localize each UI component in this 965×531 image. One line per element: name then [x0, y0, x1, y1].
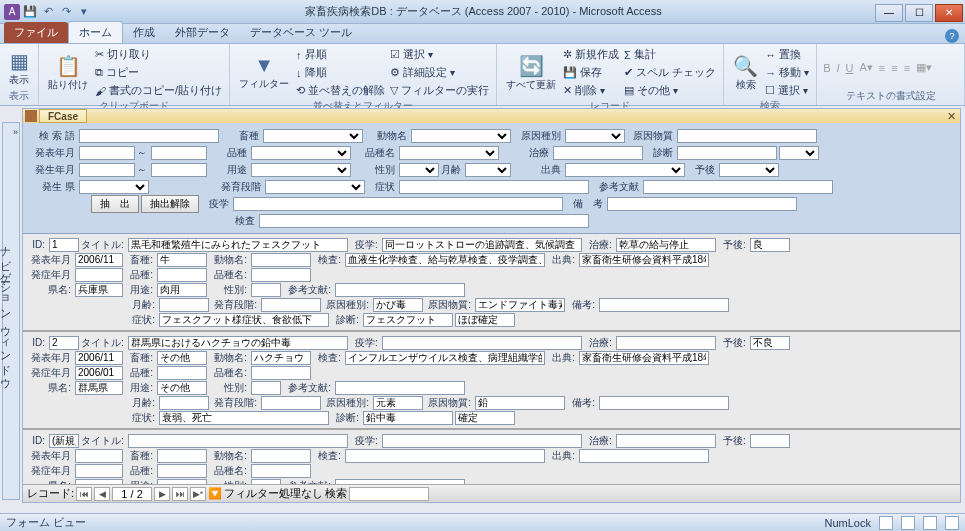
bold-button[interactable]: B	[823, 62, 830, 74]
sel-hasseiken[interactable]	[79, 180, 149, 194]
fld-yoto[interactable]	[157, 283, 207, 297]
inp-hassei1[interactable]	[79, 163, 135, 177]
fld-shindan[interactable]	[363, 313, 453, 327]
fld-getsurei[interactable]	[159, 396, 209, 410]
sel-shindankb[interactable]	[779, 146, 819, 160]
fld-seibetsu[interactable]	[251, 479, 281, 485]
fld-hatsuiku[interactable]	[261, 396, 321, 410]
fld-ken[interactable]	[75, 283, 123, 297]
fld-biko[interactable]	[599, 396, 729, 410]
find-button[interactable]: 🔍検索	[730, 53, 761, 93]
sort-clear-button[interactable]: ⟲並べ替えの解除	[295, 82, 386, 99]
fld-hinshumei[interactable]	[251, 464, 311, 478]
undo-icon[interactable]: ↶	[40, 4, 56, 20]
inp-sankou[interactable]	[643, 180, 833, 194]
layout-view-icon[interactable]	[923, 516, 937, 530]
nav-first-button[interactable]: ⏮	[76, 487, 92, 501]
filter-button[interactable]: ▼フィルター	[236, 53, 292, 92]
nav-new-button[interactable]: ▶*	[190, 487, 206, 501]
fld-seibetsu[interactable]	[251, 381, 281, 395]
fld-hinshumei[interactable]	[251, 268, 311, 282]
sel-hatsuiku[interactable]	[265, 180, 365, 194]
sel-seibetsu[interactable]	[399, 163, 439, 177]
fld-id[interactable]	[49, 434, 79, 448]
datasheet-view-icon[interactable]	[901, 516, 915, 530]
fld-shutten[interactable]	[579, 253, 709, 267]
fld-chiryo[interactable]	[616, 336, 716, 350]
fld-kensa[interactable]	[345, 449, 545, 463]
sel-hinshu[interactable]	[251, 146, 351, 160]
fld-chiryo[interactable]	[616, 434, 716, 448]
italic-button[interactable]: I	[836, 62, 839, 74]
align-center-button[interactable]: ≡	[891, 62, 897, 74]
inp-happyo1[interactable]	[79, 146, 135, 160]
sel-getsurei[interactable]	[465, 163, 511, 177]
fld-title[interactable]	[128, 336, 348, 350]
new-record-button[interactable]: ✲新規作成	[562, 46, 620, 63]
fld-shindankb[interactable]	[455, 411, 515, 425]
paste-button[interactable]: 📋貼り付け	[45, 53, 91, 93]
fld-hassei[interactable]	[75, 268, 123, 282]
fld-yoto[interactable]	[157, 479, 207, 485]
select-button[interactable]: ☐選択▾	[764, 82, 810, 99]
inp-shindan[interactable]	[677, 146, 777, 160]
help-icon[interactable]: ?	[945, 29, 959, 43]
expand-navpane-icon[interactable]: »	[13, 127, 18, 137]
fld-title[interactable]	[128, 434, 348, 448]
fld-geninbus[interactable]	[475, 298, 565, 312]
fld-chiryo[interactable]	[616, 238, 716, 252]
fld-hassei[interactable]	[75, 366, 123, 380]
sort-desc-button[interactable]: ↓降順	[295, 64, 386, 81]
fld-shutten[interactable]	[579, 351, 709, 365]
underline-button[interactable]: U	[846, 62, 854, 74]
sel-yogo[interactable]	[719, 163, 779, 177]
fld-hinshu[interactable]	[157, 464, 207, 478]
toggle-filter-button[interactable]: ▽フィルターの実行	[389, 82, 490, 99]
fld-geninshu[interactable]	[373, 396, 423, 410]
fld-ekigaku[interactable]	[382, 434, 582, 448]
fld-yogo[interactable]	[750, 336, 790, 350]
qat-more-icon[interactable]: ▾	[76, 4, 92, 20]
inp-kensa[interactable]	[259, 214, 589, 228]
sel-dobutsu[interactable]	[411, 129, 511, 143]
fld-seibetsu[interactable]	[251, 283, 281, 297]
sel-yoto[interactable]	[251, 163, 351, 177]
replace-button[interactable]: ↔置換	[764, 46, 810, 63]
fld-geninshu[interactable]	[373, 298, 423, 312]
fld-geninbus[interactable]	[475, 396, 565, 410]
form-tab-close-icon[interactable]: ✕	[943, 110, 960, 123]
form-tab-name[interactable]: FCase	[39, 109, 87, 123]
fld-yogo[interactable]	[750, 434, 790, 448]
sel-shutten[interactable]	[565, 163, 685, 177]
fld-shutten[interactable]	[579, 449, 709, 463]
fld-dobutsu[interactable]	[251, 351, 311, 365]
fld-ken[interactable]	[75, 381, 123, 395]
fld-ekigaku[interactable]	[382, 238, 582, 252]
fld-yoto[interactable]	[157, 381, 207, 395]
form-view-icon[interactable]	[879, 516, 893, 530]
fld-biko[interactable]	[599, 298, 729, 312]
close-button[interactable]: ✕	[935, 4, 963, 22]
fld-happyo[interactable]	[75, 253, 123, 267]
align-right-button[interactable]: ≡	[904, 62, 910, 74]
fld-chikushu[interactable]	[157, 253, 207, 267]
fld-sankou[interactable]	[335, 283, 465, 297]
goto-button[interactable]: →移動▾	[764, 64, 810, 81]
fld-ken[interactable]	[75, 479, 123, 485]
fld-kensa[interactable]	[345, 351, 545, 365]
save-record-button[interactable]: 💾保存	[562, 64, 620, 81]
sel-geninshu[interactable]	[565, 129, 625, 143]
fld-happyo[interactable]	[75, 351, 123, 365]
fld-happyo[interactable]	[75, 449, 123, 463]
copy-button[interactable]: ⧉コピー	[94, 64, 223, 81]
inp-ekigaku[interactable]	[233, 197, 563, 211]
fld-ekigaku[interactable]	[382, 336, 582, 350]
fld-hinshu[interactable]	[157, 366, 207, 380]
fld-hinshu[interactable]	[157, 268, 207, 282]
inp-kensaku[interactable]	[79, 129, 219, 143]
sel-chikushu[interactable]	[263, 129, 363, 143]
fld-chikushu[interactable]	[157, 351, 207, 365]
selection-filter-button[interactable]: ☑選択▾	[389, 46, 490, 63]
fld-id[interactable]	[49, 336, 79, 350]
align-left-button[interactable]: ≡	[879, 62, 885, 74]
